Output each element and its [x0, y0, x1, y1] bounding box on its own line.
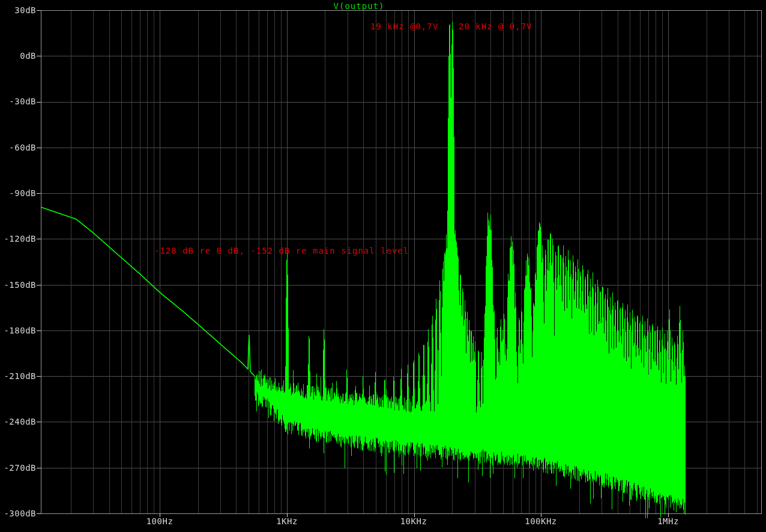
y-axis-tick-label: -300dB: [0, 509, 36, 518]
annotation-imd-level: -128 dB re 0 dB, -152 dB re main signal …: [154, 246, 409, 256]
x-axis-tick-label: 10KHz: [387, 516, 441, 526]
y-axis-tick-label: -60dB: [0, 143, 36, 152]
y-axis-tick-label: -270dB: [0, 463, 36, 473]
fft-plot-canvas[interactable]: [0, 0, 766, 532]
waveform-viewer-window: V(output) 19 kHz @0,7V 20 kHz @ 0,7V -12…: [0, 0, 766, 532]
trace-label[interactable]: V(output): [334, 1, 385, 11]
x-axis-tick-label: 1KHz: [260, 516, 314, 526]
annotation-20khz-tone: 20 kHz @ 0,7V: [459, 22, 532, 31]
annotation-19khz-tone: 19 kHz @0,7V: [370, 22, 438, 31]
y-axis-tick-label: -240dB: [0, 417, 36, 426]
y-axis-tick-label: -150dB: [0, 280, 36, 290]
y-axis-tick-label: -30dB: [0, 97, 36, 106]
y-axis-tick-label: 30dB: [0, 5, 36, 15]
x-axis-tick-label: 100Hz: [133, 516, 187, 526]
y-axis-tick-label: -180dB: [0, 326, 36, 335]
x-axis-tick-label: 100KHz: [514, 516, 568, 526]
y-axis-tick-label: 0dB: [0, 51, 36, 61]
y-axis-tick-label: -120dB: [0, 234, 36, 244]
y-axis-tick-label: -90dB: [0, 188, 36, 198]
x-axis-tick-label: 1MHz: [641, 516, 695, 526]
y-axis-tick-label: -210dB: [0, 371, 36, 381]
